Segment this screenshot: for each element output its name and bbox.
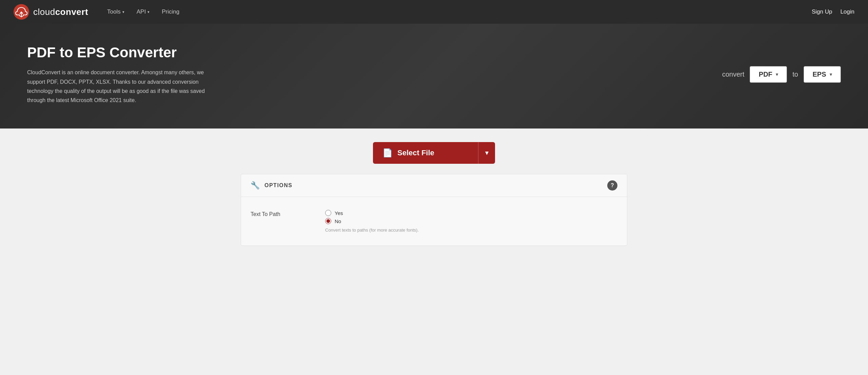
from-format-chevron-icon: ▾ (776, 72, 778, 77)
to-label: to (792, 71, 798, 78)
select-file-dropdown-arrow[interactable]: ▾ (478, 143, 495, 163)
convert-label: convert (722, 71, 745, 78)
text-to-path-no[interactable]: No (325, 218, 419, 224)
hero-converter: convert PDF ▾ to EPS ▾ (722, 66, 841, 83)
hero-description: CloudConvert is an online document conve… (27, 68, 217, 105)
select-file-main: 📄 Select File (373, 142, 478, 164)
text-to-path-yes-label: Yes (335, 210, 343, 216)
select-file-label: Select File (397, 149, 434, 157)
api-chevron-icon: ▾ (147, 10, 150, 14)
logo-icon (14, 4, 29, 20)
text-to-path-no-label: No (335, 218, 341, 224)
text-to-path-option: Text To Path Yes No Convert texts to pat… (251, 206, 617, 236)
page-title: PDF to EPS Converter (27, 44, 217, 61)
brand-logo[interactable]: cloudconvert (14, 4, 88, 20)
from-format-label: PDF (759, 71, 772, 78)
tools-chevron-icon: ▾ (122, 10, 124, 14)
options-section: 🔧 OPTIONS ? Text To Path Yes No Convert (241, 174, 627, 246)
text-to-path-yes-radio[interactable] (325, 210, 331, 216)
main-nav: Tools ▾ API ▾ Pricing (102, 6, 812, 18)
options-title: OPTIONS (264, 182, 293, 189)
login-link[interactable]: Login (840, 8, 854, 15)
wrench-icon: 🔧 (251, 181, 260, 190)
nav-item-pricing[interactable]: Pricing (156, 6, 185, 18)
help-icon[interactable]: ? (607, 180, 617, 191)
select-file-button[interactable]: 📄 Select File ▾ (373, 142, 495, 164)
options-header-left: 🔧 OPTIONS (251, 181, 293, 190)
text-to-path-controls: Yes No Convert texts to paths (for more … (325, 210, 419, 233)
from-format-selector[interactable]: PDF ▾ (750, 66, 787, 83)
text-to-path-hint: Convert texts to paths (for more accurat… (325, 228, 419, 233)
options-header: 🔧 OPTIONS ? (241, 174, 627, 197)
to-format-chevron-icon: ▾ (830, 72, 832, 77)
main-content: 📄 Select File ▾ 🔧 OPTIONS ? Text To Path… (234, 129, 634, 259)
text-to-path-yes[interactable]: Yes (325, 210, 419, 216)
hero-left: PDF to EPS Converter CloudConvert is an … (27, 44, 217, 105)
options-body: Text To Path Yes No Convert texts to pat… (241, 197, 627, 245)
brand-name: cloudconvert (33, 7, 88, 17)
file-icon: 📄 (382, 148, 393, 158)
nav-item-tools[interactable]: Tools ▾ (102, 6, 130, 18)
nav-item-api[interactable]: API ▾ (131, 6, 155, 18)
signup-link[interactable]: Sign Up (812, 8, 832, 15)
hero-section: PDF to EPS Converter CloudConvert is an … (0, 24, 868, 129)
text-to-path-label: Text To Path (251, 210, 312, 217)
to-format-label: EPS (812, 71, 826, 78)
navbar-auth: Sign Up Login (812, 8, 854, 15)
select-file-container: 📄 Select File ▾ (241, 142, 627, 164)
navbar: cloudconvert Tools ▾ API ▾ Pricing Sign … (0, 0, 868, 24)
text-to-path-no-radio[interactable] (325, 218, 331, 224)
to-format-selector[interactable]: EPS ▾ (804, 66, 841, 83)
